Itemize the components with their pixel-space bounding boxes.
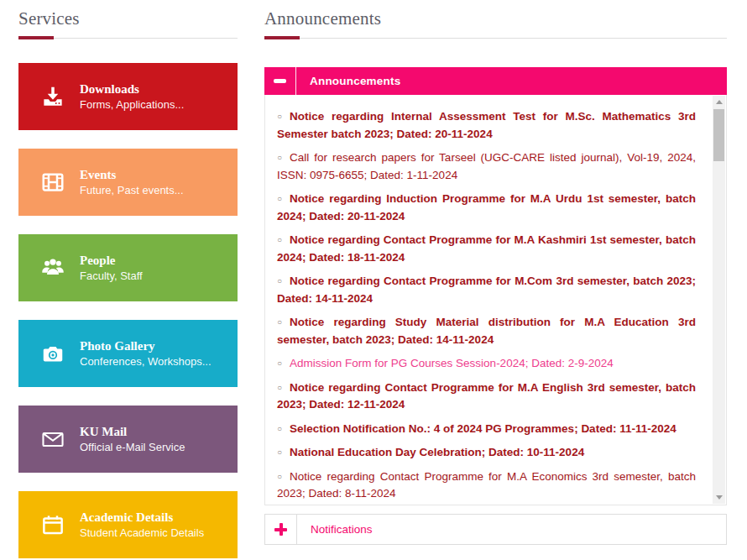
tile-subtitle: Official e-Mail Service [80,440,185,454]
announcements-heading: Announcements [264,8,727,29]
circle-bullet-icon: ○ [277,444,282,462]
tile-subtitle: Conferences, Workshops... [80,354,212,369]
announcement-item[interactable]: ○Selection Notification No.: 4 of 2024 P… [277,421,696,438]
tile-title: Events [80,167,184,183]
expand-button[interactable] [265,515,297,544]
announcement-item[interactable]: ○Notice regarding Contact Programme for … [277,273,696,307]
tile-subtitle: Student Academic Details [80,526,204,540]
tile-title: People [80,253,143,269]
tile-people[interactable]: People Faculty, Staff [18,234,238,301]
tile-title: KU Mail [80,424,185,440]
heading-divider [18,38,238,39]
page: Services Downloads Forms, Applications..… [0,0,747,560]
announcements-section: Announcements Announcements ○Notice rega… [264,8,727,545]
panel-title: Announcements [296,67,400,95]
announcement-item[interactable]: ○National Education Day Celebration; Dat… [277,444,696,462]
scroll-down-icon[interactable] [713,491,725,504]
announcements-panel: Announcements ○Notice regarding Internal… [264,67,727,505]
download-icon [40,84,65,109]
collapse-button[interactable] [264,67,296,95]
announcement-item[interactable]: ○Notice regarding Contact Programme for … [277,232,696,266]
tile-text: People Faculty, Staff [80,253,143,283]
circle-bullet-icon: ○ [277,273,282,290]
circle-bullet-icon: ○ [277,379,282,397]
tile-title: Downloads [80,81,184,97]
service-tiles: Downloads Forms, Applications... [18,63,238,558]
circle-bullet-icon: ○ [277,314,282,332]
plus-icon [274,523,287,536]
circle-bullet-icon: ○ [277,468,282,486]
circle-bullet-icon: ○ [277,191,282,208]
announcement-item[interactable]: ○Notice regarding Induction Programme fo… [277,191,696,225]
tile-subtitle: Faculty, Staff [80,269,143,283]
film-icon [40,170,65,195]
scroll-up-icon[interactable] [713,96,725,108]
announcement-item[interactable]: ○Notice regarding Contact Programme for … [277,379,696,414]
tile-subtitle: Forms, Applications... [80,97,184,112]
announcement-item[interactable]: ○Notice regarding Internal Assessment Te… [277,108,696,143]
calendar-icon [40,512,65,537]
tile-text: KU Mail Official e-Mail Service [80,424,185,454]
tile-subtitle: Future, Past events... [80,183,184,197]
scrollbar[interactable] [713,96,725,504]
envelope-icon [40,427,65,452]
tile-text: Academic Details Student Academic Detail… [80,510,204,540]
announcement-item[interactable]: ○Notice regarding Contact Programme for … [277,468,696,503]
tile-academic-details[interactable]: Academic Details Student Academic Detail… [18,491,238,558]
announcement-item[interactable]: ○Call for research papers for Tarseel (U… [277,149,696,184]
tile-downloads[interactable]: Downloads Forms, Applications... [18,63,238,130]
tile-photo-gallery[interactable]: Photo Gallery Conferences, Workshops... [18,320,238,387]
circle-bullet-icon: ○ [277,232,282,249]
circle-bullet-icon: ○ [277,355,282,373]
tile-text: Downloads Forms, Applications... [80,81,184,112]
circle-bullet-icon: ○ [277,149,282,167]
people-icon [40,255,65,280]
camera-icon [40,341,65,366]
announcement-item[interactable]: ○Admission Form for PG Courses Session-2… [277,355,696,373]
tile-events[interactable]: Events Future, Past events... [18,149,238,216]
notifications-bar[interactable]: Notifications [264,514,727,545]
tile-text: Photo Gallery Conferences, Workshops... [80,338,212,369]
heading-divider [264,38,727,39]
tile-title: Photo Gallery [80,338,212,354]
scrollbar-thumb[interactable] [713,109,724,161]
announcements-panel-header[interactable]: Announcements [264,67,727,95]
services-heading: Services [18,8,238,29]
announcement-item[interactable]: ○Notice regarding Study Material distrib… [277,314,696,348]
circle-bullet-icon: ○ [277,421,282,438]
tile-text: Events Future, Past events... [80,167,184,197]
tile-ku-mail[interactable]: KU Mail Official e-Mail Service [18,406,238,473]
tile-title: Academic Details [80,510,204,526]
announcements-list-container: ○Notice regarding Internal Assessment Te… [264,95,727,505]
minus-icon [274,79,286,83]
circle-bullet-icon: ○ [277,108,282,126]
services-section: Services Downloads Forms, Applications..… [18,8,238,560]
announcements-list: ○Notice regarding Internal Assessment Te… [265,95,726,505]
notifications-label: Notifications [297,515,373,544]
